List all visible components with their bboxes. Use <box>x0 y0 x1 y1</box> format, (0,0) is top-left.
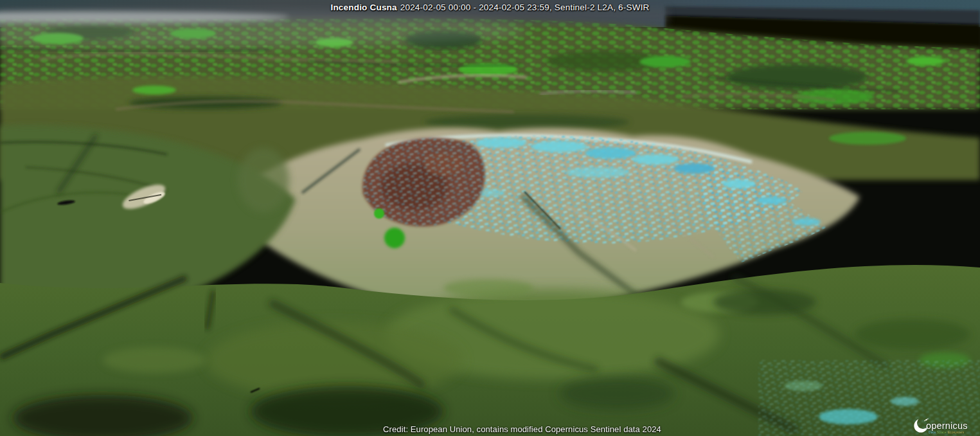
foreground-slopes <box>0 265 980 436</box>
green-vegetation-patch <box>384 228 405 248</box>
credit-text: Credit: European Union, contains modifie… <box>383 424 661 434</box>
satellite-3d-view: Incendio Cusna2024-02-05 00:00 - 2024-02… <box>0 0 980 436</box>
terrain-render <box>0 0 980 436</box>
subtitle-word-ecosystem: Ecosystem <box>948 431 965 434</box>
snow-patch-bottom-right <box>819 409 878 424</box>
subtitle-word-data: Data <box>929 431 936 434</box>
copernicus-logo: opernicus DataSpaceEcosystem <box>913 417 969 434</box>
event-name: Incendio Cusna <box>330 3 396 12</box>
time-range-and-product: 2024-02-05 00:00 - 2024-02-05 23:59, Sen… <box>400 3 650 12</box>
copernicus-wordmark: opernicus <box>926 421 968 431</box>
view-title: Incendio Cusna2024-02-05 00:00 - 2024-02… <box>0 3 980 12</box>
subtitle-word-space: Space <box>937 431 947 434</box>
